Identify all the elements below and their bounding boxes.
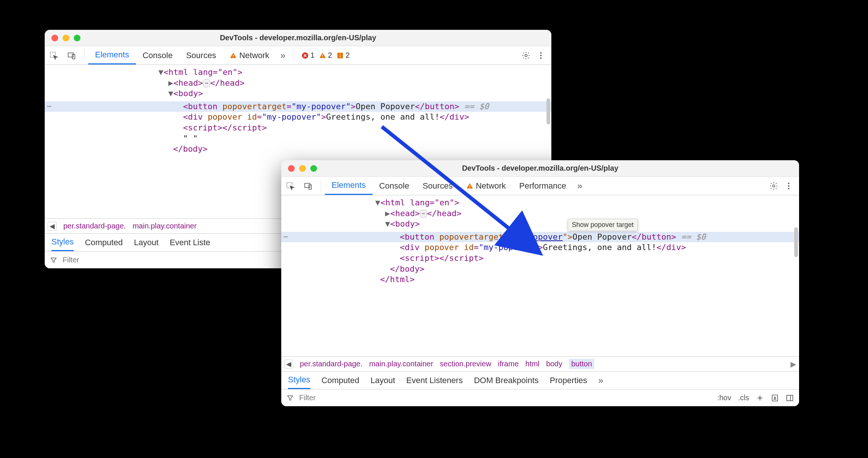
more-tabs-icon[interactable]: » xyxy=(281,50,285,61)
chevron-right-icon[interactable]: ▶ xyxy=(791,360,796,369)
minimize-icon[interactable] xyxy=(63,35,69,41)
subtab-eventlisteners[interactable]: Event Liste xyxy=(170,234,210,251)
subtab-dombreakpoints[interactable]: DOM Breakpoints xyxy=(474,372,539,389)
kebab-menu-icon[interactable] xyxy=(536,51,545,60)
chevron-left-icon[interactable]: ◀ xyxy=(48,222,57,231)
separator xyxy=(84,50,85,61)
zoom-icon[interactable] xyxy=(310,165,317,172)
hov-toggle[interactable]: :hov xyxy=(717,394,731,402)
dom-tree[interactable]: ▼<html lang="en"> ▶<head>⋯</head> ▼<body… xyxy=(281,195,799,356)
subtab-computed[interactable]: Computed xyxy=(85,234,123,251)
tab-network[interactable]: Network xyxy=(459,177,513,195)
separator xyxy=(321,180,321,192)
subtab-styles[interactable]: Styles xyxy=(288,372,310,389)
ellipsis-icon[interactable]: ⋯ xyxy=(203,79,210,88)
inspect-icon[interactable] xyxy=(283,181,298,190)
breadcrumb-trail[interactable]: ◀ per.standard-page. main.play.container… xyxy=(281,356,799,371)
more-subtabs-icon[interactable]: » xyxy=(598,375,603,386)
scrollbar-thumb[interactable] xyxy=(794,227,798,257)
kebab-menu-icon[interactable] xyxy=(784,181,793,190)
selected-line-gutter-icon[interactable]: ⋯ xyxy=(47,101,51,111)
svg-point-23 xyxy=(788,188,789,189)
styles-filter-bar: :hov .cls xyxy=(281,389,799,406)
tab-performance[interactable]: Performance xyxy=(513,177,573,195)
crumb[interactable]: html xyxy=(525,360,539,368)
dom-node-whitespace[interactable]: " " xyxy=(60,133,551,144)
crumb[interactable]: per.standard-page. xyxy=(63,222,126,230)
warning-count[interactable]: 2 xyxy=(319,51,332,60)
svg-point-14 xyxy=(540,57,542,59)
crumb[interactable]: section.preview xyxy=(440,360,491,368)
dom-node-html[interactable]: ▼<html lang="en"> xyxy=(296,198,799,208)
dom-node-body[interactable]: ▼<body> xyxy=(296,219,799,230)
dom-node-button-selected[interactable]: <button popovertarget="my-popover">Open … xyxy=(281,232,799,243)
device-toggle-icon[interactable] xyxy=(301,181,316,190)
subtab-computed[interactable]: Computed xyxy=(321,372,359,389)
scrollbar-thumb[interactable] xyxy=(547,98,550,124)
styles-tabs: Styles Computed Layout Event Listeners D… xyxy=(281,371,799,389)
toggle-sidebar-icon[interactable] xyxy=(786,394,794,402)
dom-node-script[interactable]: <script></script> xyxy=(60,123,551,133)
svg-rect-6 xyxy=(322,54,323,56)
close-icon[interactable] xyxy=(288,165,295,172)
new-style-rule-icon[interactable] xyxy=(756,394,764,402)
dom-node-button-selected[interactable]: <button popovertarget="my-popover">Open … xyxy=(45,101,551,112)
subtab-styles[interactable]: Styles xyxy=(51,234,74,251)
svg-point-11 xyxy=(525,54,527,57)
more-tabs-icon[interactable]: » xyxy=(577,181,582,191)
crumb[interactable]: per.standard-page. xyxy=(300,360,362,368)
crumb[interactable]: body xyxy=(546,360,562,368)
dom-node-body-close[interactable]: </body> xyxy=(296,264,799,275)
tab-console[interactable]: Console xyxy=(373,177,416,195)
minimize-icon[interactable] xyxy=(299,165,306,172)
error-count[interactable]: 1 xyxy=(301,51,314,60)
dom-node-body[interactable]: ▼<body> xyxy=(60,88,551,99)
cls-toggle[interactable]: .cls xyxy=(738,394,749,402)
titlebar[interactable]: DevTools - developer.mozilla.org/en-US/p… xyxy=(281,160,799,177)
selected-line-gutter-icon[interactable]: ⋯ xyxy=(283,232,288,241)
crumb[interactable]: main.play.container xyxy=(369,360,433,368)
chevron-left-icon[interactable]: ◀ xyxy=(284,360,293,369)
popover-target-link[interactable]: my-popover xyxy=(513,232,563,241)
titlebar[interactable]: DevTools - developer.mozilla.org/en-US/p… xyxy=(45,30,551,46)
svg-rect-1 xyxy=(68,53,73,57)
subtab-eventlisteners[interactable]: Event Listeners xyxy=(406,372,463,389)
dom-node-body-close[interactable]: </body> xyxy=(60,144,551,155)
crumb[interactable]: main.play.container xyxy=(133,222,197,230)
tab-sources[interactable]: Sources xyxy=(416,177,459,195)
tab-elements[interactable]: Elements xyxy=(88,46,136,64)
traffic-lights xyxy=(45,35,80,41)
tab-elements[interactable]: Elements xyxy=(325,177,373,195)
issue-counts[interactable]: 1 2 2 xyxy=(301,51,349,60)
subtab-layout[interactable]: Layout xyxy=(134,234,158,251)
dom-node-html[interactable]: ▼<html lang="en"> xyxy=(60,67,551,78)
inspect-icon[interactable] xyxy=(46,51,61,60)
settings-icon[interactable] xyxy=(769,181,778,190)
dom-node-div[interactable]: <div popover id="my-popover">Greetings, … xyxy=(296,242,799,253)
device-toggle-icon[interactable] xyxy=(64,51,79,60)
zoom-icon[interactable] xyxy=(74,35,80,41)
ellipsis-icon[interactable]: ⋯ xyxy=(420,210,427,218)
crumb-selected[interactable]: button xyxy=(569,359,594,369)
devtools-toolbar: Elements Console Sources Network » 1 2 2 xyxy=(45,46,551,65)
svg-point-20 xyxy=(773,185,775,187)
dom-node-html-close[interactable]: </html> xyxy=(296,274,799,285)
svg-rect-18 xyxy=(469,185,470,186)
filter-icon xyxy=(286,394,294,402)
subtab-layout[interactable]: Layout xyxy=(370,372,395,389)
dom-node-head[interactable]: ▶<head>⋯</head> xyxy=(296,208,799,219)
tab-sources[interactable]: Sources xyxy=(179,46,223,64)
computed-styles-icon[interactable] xyxy=(771,394,779,402)
crumb[interactable]: iframe xyxy=(498,360,519,368)
tab-network[interactable]: Network xyxy=(223,46,276,64)
close-icon[interactable] xyxy=(51,35,58,41)
svg-rect-16 xyxy=(305,183,310,187)
filter-input[interactable] xyxy=(298,393,713,402)
settings-icon[interactable] xyxy=(522,51,530,60)
dom-node-script[interactable]: <script></script> xyxy=(296,253,799,264)
dom-node-head[interactable]: ▶<head>⋯</head> xyxy=(60,78,551,89)
info-count[interactable]: 2 xyxy=(336,51,349,60)
subtab-properties[interactable]: Properties xyxy=(550,372,587,389)
tab-console[interactable]: Console xyxy=(136,46,180,64)
dom-node-div[interactable]: <div popover id="my-popover">Greetings, … xyxy=(60,112,551,123)
